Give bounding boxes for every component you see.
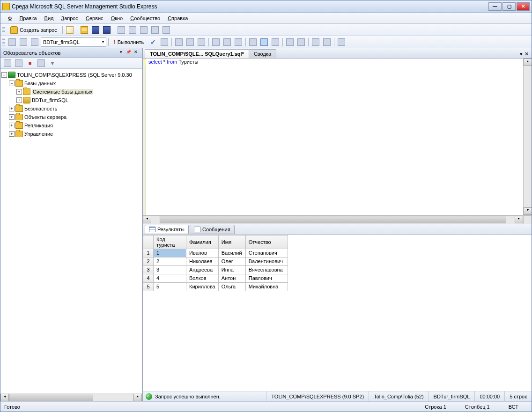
tree-system-db-node[interactable]: + Системные базы данных [1,88,141,96]
uncomment-button[interactable] [322,37,332,47]
row-header[interactable]: 4 [143,274,154,282]
tb-btn-4[interactable] [150,25,160,35]
tb-btn-5[interactable] [161,25,171,35]
table-cell[interactable]: Ольга [218,282,245,291]
indent-button[interactable] [285,37,295,47]
table-cell[interactable]: Олег [218,257,245,265]
table-cell[interactable]: Василий [218,249,245,257]
tb2-last[interactable] [336,37,347,47]
tree-expand-icon[interactable]: + [16,89,22,95]
menu-view[interactable]: Вид [41,14,58,22]
oe-filter-button[interactable]: ▼ [47,58,58,68]
toolbar-grip[interactable] [2,26,5,34]
tree-server-node[interactable]: − TOLIN_COMP\SQLEXPRESS (SQL Server 9.0.… [1,71,141,79]
tb2-btn-2[interactable] [185,37,195,47]
tab-sqlquery[interactable]: TOLIN_COMP\SQLE... SQLQuery1.sql* [145,49,249,58]
menu-edit[interactable]: Правка [15,14,40,22]
results-grid[interactable]: Код туристаФамилияИмяОтчество11ИвановВас… [143,235,532,391]
oe-connect-button[interactable] [2,58,13,68]
column-header[interactable]: Имя [218,235,245,249]
tree-expand-icon[interactable]: + [9,114,15,120]
scroll-up-icon[interactable]: ▴ [524,59,532,66]
editor-vertical-scrollbar[interactable]: ▴ ▾ [523,59,532,215]
cancel-query-button[interactable] [159,37,170,47]
tree-expand-icon[interactable]: + [9,106,15,111]
table-cell[interactable]: 3 [154,265,186,274]
table-cell[interactable]: 2 [154,257,186,265]
table-cell[interactable]: 5 [154,282,186,291]
table-cell[interactable]: Кириллова [186,282,219,291]
oe-stop-button[interactable]: ■ [25,58,35,68]
row-header[interactable]: 5 [143,282,154,291]
minimize-button[interactable]: — [488,2,502,11]
table-cell[interactable]: Николаев [186,257,219,265]
tb-btn-2[interactable] [127,25,138,35]
table-cell[interactable]: Павлович [245,274,288,282]
column-header[interactable]: Код туриста [154,235,186,249]
scroll-thumb[interactable] [9,394,93,401]
table-cell[interactable]: Михайловна [245,282,288,291]
panel-pin-icon[interactable]: 📌 [125,50,132,56]
close-button[interactable]: ✕ [517,2,530,11]
panel-close-icon[interactable]: ✕ [133,50,139,56]
row-header[interactable]: 1 [143,249,154,257]
row-header[interactable]: 2 [143,257,154,265]
table-cell[interactable]: Инна [218,265,245,274]
tree-replication-node[interactable]: + Репликация [1,121,141,130]
new-file-button[interactable] [65,25,75,35]
oe-horizontal-scrollbar[interactable]: ◂ ▸ [0,393,142,401]
tree-collapse-icon[interactable]: − [9,81,15,86]
table-cell[interactable]: Андреева [186,265,219,274]
results-table[interactable]: Код туристаФамилияИмяОтчество11ИвановВас… [143,235,288,291]
database-combo[interactable]: BDTur_firmSQL [41,37,106,47]
scroll-right-icon[interactable]: ▸ [515,216,523,223]
table-cell[interactable]: Вячеславовна [245,265,288,274]
connect-button[interactable] [7,37,17,47]
results-file-button[interactable] [270,37,281,47]
tb-btn-1[interactable] [116,25,126,35]
tabs-close-icon[interactable]: ✕ [525,51,529,57]
table-cell[interactable]: 1 [154,249,186,257]
scroll-right-icon[interactable]: ▸ [133,394,142,401]
tab-results[interactable]: Результаты [145,225,189,234]
menu-help[interactable]: Справка [164,14,192,22]
parse-button[interactable]: ✓ [148,37,158,47]
table-row[interactable]: 33АндрееваИннаВячеславовна [143,265,288,274]
panel-dropdown-icon[interactable]: ▾ [118,50,124,56]
table-row[interactable]: 22НиколаевОлегВалентинович [143,257,288,265]
menu-window[interactable]: Окно [107,14,127,22]
outdent-button[interactable] [296,37,306,47]
comment-button[interactable] [310,37,321,47]
tb2-btn-5[interactable] [222,37,232,47]
oe-disconnect-button[interactable] [14,58,24,68]
object-tree[interactable]: − TOLIN_COMP\SQLEXPRESS (SQL Server 9.0.… [0,69,142,393]
scroll-left-icon[interactable]: ◂ [0,394,9,401]
menu-tools[interactable]: Сервис [82,14,107,22]
scroll-thumb[interactable] [160,216,506,223]
editor-horizontal-scrollbar[interactable]: ◂ ▸ [143,215,532,224]
scroll-down-icon[interactable]: ▾ [524,207,532,215]
execute-button[interactable]: ! Выполнить [111,38,147,46]
tb2-btn-3[interactable] [196,37,207,47]
oe-refresh-button[interactable] [36,58,46,68]
tb2-btn-6[interactable] [233,37,244,47]
menu-file[interactable]: Ф [4,14,15,22]
table-cell[interactable]: Степанович [245,249,288,257]
tb2-btn-4[interactable] [211,37,221,47]
save-all-button[interactable] [102,25,112,35]
tree-expand-icon[interactable]: + [9,123,15,128]
tree-collapse-icon[interactable]: − [1,72,7,78]
tree-management-node[interactable]: + Управление [1,130,141,138]
toolbar-grip[interactable] [2,38,5,46]
tree-server-objects-node[interactable]: + Объекты сервера [1,113,141,121]
tree-security-node[interactable]: + Безопасность [1,104,141,113]
change-connection-button[interactable] [30,37,40,47]
tree-expand-icon[interactable]: + [16,97,22,103]
sql-text[interactable]: select * from Туристы [146,59,201,215]
tab-summary[interactable]: Сводка [249,49,276,58]
table-cell[interactable]: Валентинович [245,257,288,265]
tabs-dropdown-icon[interactable]: ▾ [520,51,523,57]
results-text-button[interactable] [248,37,258,47]
table-row[interactable]: 44ВолковАнтонПавлович [143,274,288,282]
scroll-left-icon[interactable]: ◂ [143,216,151,223]
